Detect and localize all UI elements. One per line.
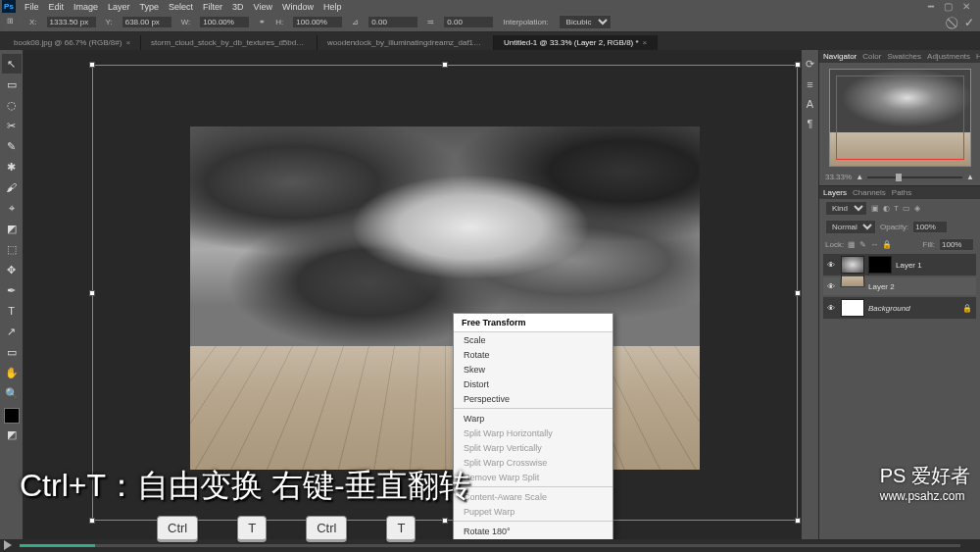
marquee-tool[interactable]: ▭ [2, 75, 22, 94]
blend-mode-select[interactable]: Normal [825, 220, 876, 234]
filter-adj-icon[interactable]: ◐ [883, 204, 890, 213]
layer-row[interactable]: 👁 Layer 1 [823, 254, 976, 276]
doc-tab[interactable]: woodendock_by_illuminatingdreamz_daf19ph… [318, 35, 494, 50]
filter-shape-icon[interactable]: ▭ [903, 204, 910, 213]
transform-handle[interactable] [89, 518, 95, 524]
transform-handle[interactable] [795, 62, 801, 68]
brush-tool[interactable]: 🖌 [2, 177, 22, 197]
play-icon[interactable] [4, 540, 12, 550]
menu-layer[interactable]: Layer [103, 2, 135, 12]
crop-tool[interactable]: ✂ [2, 116, 22, 135]
angle-input[interactable] [368, 17, 417, 27]
zoom-in-icon[interactable]: ▲ [966, 173, 974, 181]
paragraph-icon[interactable]: ¶ [808, 118, 813, 129]
heal-tool[interactable]: ✱ [2, 157, 22, 176]
panel-tab-adjustments[interactable]: Adjustments [927, 52, 970, 61]
menu-image[interactable]: Image [69, 2, 103, 12]
menu-type[interactable]: Type [135, 2, 165, 12]
ctx-warp[interactable]: Warp [454, 411, 612, 426]
layer-name[interactable]: Layer 2 [868, 282, 895, 291]
panel-tab-channels[interactable]: Channels [853, 188, 886, 197]
opacity-input[interactable] [912, 221, 948, 233]
menu-select[interactable]: Select [164, 2, 198, 12]
ctx-rotate[interactable]: Rotate [454, 347, 612, 362]
layer-filter-kind[interactable]: Kind [825, 201, 867, 216]
commit-transform-icon[interactable]: ✓ [964, 16, 974, 29]
visibility-icon[interactable]: 👁 [827, 304, 837, 313]
lock-pixels-icon[interactable]: ✎ [859, 240, 866, 249]
y-input[interactable] [122, 17, 172, 27]
visibility-icon[interactable]: 👁 [827, 282, 837, 291]
zoom-out-icon[interactable]: ▲ [856, 173, 863, 181]
x-input[interactable] [47, 17, 96, 27]
menu-view[interactable]: View [249, 2, 277, 12]
ctx-scale[interactable]: Scale [454, 332, 612, 347]
transform-handle[interactable] [442, 62, 448, 68]
type-tool[interactable]: T [2, 301, 22, 321]
w-input[interactable] [200, 17, 249, 27]
lasso-tool[interactable]: ◌ [2, 95, 22, 115]
doc-tab[interactable]: storm_cloud_stock_by_db_textures_d5bdkvn… [141, 35, 318, 50]
properties-icon[interactable]: ≡ [807, 78, 812, 90]
eyedropper-tool[interactable]: ✎ [2, 136, 22, 156]
transform-reference-icon[interactable]: ⊞ [6, 16, 20, 29]
panel-tab-color[interactable]: Color [862, 52, 881, 61]
history-icon[interactable]: ⟳ [806, 58, 814, 71]
shape-tool[interactable]: ▭ [2, 342, 22, 362]
minimize-icon[interactable]: ━ [928, 1, 934, 12]
ctx-skew[interactable]: Skew [454, 362, 612, 376]
menu-3d[interactable]: 3D [227, 2, 249, 12]
fill-input[interactable] [939, 238, 974, 251]
gradient-tool[interactable]: ⬚ [2, 239, 22, 259]
maximize-icon[interactable]: ▢ [944, 1, 953, 12]
transform-handle[interactable] [89, 290, 95, 296]
layer-name[interactable]: Layer 1 [896, 261, 922, 270]
ctx-rotate-180[interactable]: Rotate 180° [454, 524, 612, 538]
eraser-tool[interactable]: ◩ [2, 219, 22, 238]
doc-tab[interactable]: book08.jpg @ 66.7% (RGB/8#)× [4, 35, 141, 50]
skew-input[interactable] [444, 17, 493, 27]
navigator-thumbnail[interactable] [829, 69, 971, 167]
layer-name[interactable]: Background [868, 304, 910, 313]
close-icon[interactable]: ✕ [962, 1, 970, 12]
doc-tab-active[interactable]: Untitled-1 @ 33.3% (Layer 2, RGB/8) *× [494, 35, 658, 50]
character-icon[interactable]: A [807, 98, 813, 110]
hand-tool[interactable]: ✋ [2, 363, 22, 382]
lock-pos-icon[interactable]: ↔ [870, 240, 878, 249]
menu-window[interactable]: Window [277, 2, 318, 12]
ctx-distort[interactable]: Distort [454, 376, 612, 391]
panel-tab-layers[interactable]: Layers [823, 188, 847, 197]
filter-type-icon[interactable]: T [894, 204, 899, 213]
panel-tab-paths[interactable]: Paths [892, 188, 911, 197]
menu-help[interactable]: Help [318, 2, 347, 12]
ctx-perspective[interactable]: Perspective [454, 391, 612, 406]
quickmask-icon[interactable]: ◩ [2, 425, 22, 444]
interp-select[interactable]: Bicubic [559, 15, 612, 29]
lock-trans-icon[interactable]: ▦ [848, 240, 856, 249]
h-input[interactable] [293, 17, 342, 27]
stamp-tool[interactable]: ⌖ [2, 198, 22, 218]
dodge-tool[interactable]: ✥ [2, 260, 22, 279]
panel-tab-histogram[interactable]: Histogram [976, 52, 980, 61]
lock-all-icon[interactable]: 🔒 [882, 240, 892, 249]
transform-handle[interactable] [442, 518, 448, 524]
layer-row[interactable]: 👁 Background 🔒 [823, 297, 976, 319]
zoom-slider[interactable] [867, 176, 962, 178]
filter-img-icon[interactable]: ▣ [871, 204, 879, 213]
layer-row-selected[interactable]: 👁 Layer 2 [823, 277, 976, 295]
link-icon[interactable]: ⚭ [259, 18, 266, 26]
panel-tab-navigator[interactable]: Navigator [823, 52, 857, 61]
menu-filter[interactable]: Filter [198, 2, 227, 12]
progress-track[interactable] [20, 544, 960, 547]
zoom-tool[interactable]: 🔍 [2, 383, 22, 403]
transform-handle[interactable] [795, 290, 801, 296]
filter-smart-icon[interactable]: ◈ [914, 204, 920, 213]
transform-handle[interactable] [795, 518, 801, 524]
panel-tab-swatches[interactable]: Swatches [887, 52, 921, 61]
pen-tool[interactable]: ✒ [2, 280, 22, 300]
menu-edit[interactable]: Edit [44, 2, 70, 12]
transform-handle[interactable] [89, 62, 95, 68]
menu-file[interactable]: File [20, 2, 44, 12]
path-tool[interactable]: ↗ [2, 322, 22, 341]
color-swatch[interactable] [4, 408, 20, 424]
